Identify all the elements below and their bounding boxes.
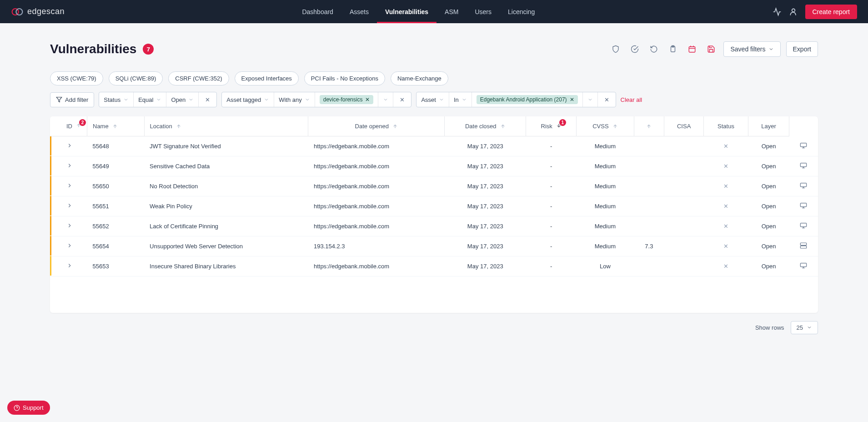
column-status[interactable]: Status bbox=[704, 116, 748, 136]
column-layer[interactable]: Layer bbox=[748, 116, 789, 136]
filter-op-withany[interactable]: With any bbox=[274, 92, 315, 107]
nav-licencing[interactable]: Licencing bbox=[500, 0, 543, 23]
layer-icon bbox=[800, 182, 807, 189]
filter-remove-asset[interactable]: ✕ bbox=[598, 92, 616, 107]
cell-risk: Medium bbox=[577, 196, 634, 216]
layer-icon bbox=[800, 222, 807, 229]
filter-op-in[interactable]: In bbox=[449, 92, 472, 107]
column-risk[interactable]: Risk1 bbox=[526, 116, 577, 136]
filter-remove-status[interactable]: ✕ bbox=[199, 92, 216, 107]
filter-chip[interactable]: CSRF (CWE:352) bbox=[168, 71, 229, 85]
column-date-closed[interactable]: Date closed bbox=[445, 116, 526, 136]
filter-op-equal[interactable]: Equal bbox=[134, 92, 166, 107]
cell-name: Sensitive Cached Data bbox=[144, 156, 308, 176]
expand-row-icon[interactable] bbox=[66, 163, 73, 170]
nav-asm[interactable]: ASM bbox=[437, 0, 467, 23]
filter-asset-chevron[interactable] bbox=[583, 92, 598, 107]
tag-remove-icon[interactable]: ✕ bbox=[365, 96, 370, 103]
check-icon-button[interactable] bbox=[628, 42, 642, 56]
filter-chip[interactable]: XSS (CWE:79) bbox=[50, 71, 103, 85]
svg-point-1 bbox=[16, 9, 22, 15]
expand-row-icon[interactable] bbox=[66, 183, 73, 190]
refresh-icon-button[interactable] bbox=[647, 42, 661, 56]
filter-value-asset[interactable]: Edgebank Android Application (207)✕ bbox=[472, 92, 583, 107]
cell-location: https://edgebank.mobile.com bbox=[308, 216, 445, 236]
cell-layer bbox=[789, 256, 818, 276]
expand-row-icon[interactable] bbox=[66, 263, 73, 270]
sort-up-icon bbox=[176, 124, 181, 129]
filter-field-status[interactable]: Status bbox=[99, 92, 134, 107]
column-location[interactable]: Location bbox=[144, 116, 308, 136]
x-icon: ✕ bbox=[723, 223, 728, 230]
activity-icon[interactable] bbox=[773, 7, 782, 16]
saved-filters-button[interactable]: Saved filters bbox=[723, 41, 780, 57]
filter-tag-chevron[interactable] bbox=[378, 92, 393, 107]
rows-per-page-select[interactable]: 25 bbox=[791, 321, 818, 334]
chevron-down-icon bbox=[156, 97, 161, 102]
filter-field-asset[interactable]: Asset bbox=[416, 92, 449, 107]
cell-status: Open bbox=[748, 136, 789, 156]
filter-chip[interactable]: PCI Fails - No Exceptions bbox=[304, 71, 385, 85]
column-cvss[interactable]: CVSS bbox=[577, 116, 634, 136]
calendar-icon-button[interactable] bbox=[685, 42, 699, 56]
column-date-opened[interactable]: Date opened bbox=[308, 116, 445, 136]
nav-vulnerabilities[interactable]: Vulnerabilities bbox=[377, 0, 437, 23]
shield-icon-button[interactable] bbox=[609, 42, 622, 56]
expand-row-icon[interactable] bbox=[66, 203, 73, 210]
export-button[interactable]: Export bbox=[786, 41, 818, 57]
add-filter-button[interactable]: Add filter bbox=[50, 92, 94, 107]
sort-up-icon bbox=[612, 124, 618, 129]
filter-chip[interactable]: Exposed Interfaces bbox=[235, 71, 299, 85]
column-cisa[interactable]: CISA bbox=[664, 116, 704, 136]
cell-cisa: ✕ bbox=[704, 196, 748, 216]
cell-cisa: ✕ bbox=[704, 216, 748, 236]
cell-layer bbox=[789, 136, 818, 156]
expand-row-icon[interactable] bbox=[66, 223, 73, 230]
nav-dashboard[interactable]: Dashboard bbox=[294, 0, 341, 23]
expand-row-icon[interactable] bbox=[66, 143, 73, 150]
svg-rect-29 bbox=[801, 223, 807, 226]
sort-up-icon bbox=[500, 124, 506, 129]
risk-sort-badge: 1 bbox=[559, 119, 566, 126]
table-row[interactable]: 55650No Root Detectionhttps://edgebank.m… bbox=[50, 176, 818, 196]
filter-chip[interactable]: Name-Exchange bbox=[391, 71, 448, 85]
logo[interactable]: edgescan bbox=[11, 5, 65, 18]
cell-id: 55649 bbox=[87, 156, 145, 176]
filter-chip[interactable]: SQLi (CWE:89) bbox=[109, 71, 163, 85]
nav-assets[interactable]: Assets bbox=[341, 0, 377, 23]
layer-icon bbox=[800, 202, 807, 209]
save-icon-button[interactable] bbox=[704, 42, 718, 56]
table-row[interactable]: 55648JWT Signature Not Verifiedhttps://e… bbox=[50, 136, 818, 156]
table-row[interactable]: 55651Weak Pin Policyhttps://edgebank.mob… bbox=[50, 196, 818, 216]
cell-status: Open bbox=[748, 216, 789, 236]
table-row[interactable]: 55653Insecure Shared Binary Librarieshtt… bbox=[50, 256, 818, 276]
tag-remove-icon[interactable]: ✕ bbox=[570, 96, 574, 103]
nav-users[interactable]: Users bbox=[467, 0, 500, 23]
x-icon: ✕ bbox=[723, 263, 728, 270]
cell-id: 55648 bbox=[87, 136, 145, 156]
cell-id: 55652 bbox=[87, 216, 145, 236]
filter-value-open[interactable]: Open bbox=[166, 92, 199, 107]
column-name[interactable]: Name bbox=[87, 116, 145, 136]
table-row[interactable]: 55649Sensitive Cached Datahttps://edgeba… bbox=[50, 156, 818, 176]
column-blank[interactable] bbox=[634, 116, 664, 136]
create-report-button[interactable]: Create report bbox=[805, 5, 857, 19]
filter-chips: XSS (CWE:79)SQLi (CWE:89)CSRF (CWE:352)E… bbox=[50, 71, 818, 85]
expand-row-icon[interactable] bbox=[66, 243, 73, 250]
filter-remove-tag[interactable]: ✕ bbox=[393, 92, 411, 107]
filter-field-asset-tagged[interactable]: Asset tagged bbox=[222, 92, 274, 107]
cell-date-opened: May 17, 2023 bbox=[445, 136, 526, 156]
column-id[interactable]: ID2 bbox=[61, 116, 87, 136]
clear-all-button[interactable]: Clear all bbox=[621, 96, 642, 103]
clipboard-icon-button[interactable] bbox=[666, 42, 680, 56]
table-row[interactable]: 55654Unsupported Web Server Detection193… bbox=[50, 236, 818, 256]
filter-value-tag[interactable]: device-forensics✕ bbox=[315, 92, 379, 107]
table-row[interactable]: 55652Lack of Certificate Pinninghttps://… bbox=[50, 216, 818, 236]
chevron-down-icon bbox=[768, 46, 774, 52]
user-icon[interactable] bbox=[789, 7, 798, 16]
svg-marker-8 bbox=[56, 97, 62, 102]
svg-rect-32 bbox=[801, 243, 807, 245]
cell-location: 193.154.2.3 bbox=[308, 236, 445, 256]
cell-layer bbox=[789, 176, 818, 196]
cell-cvss bbox=[634, 156, 664, 176]
